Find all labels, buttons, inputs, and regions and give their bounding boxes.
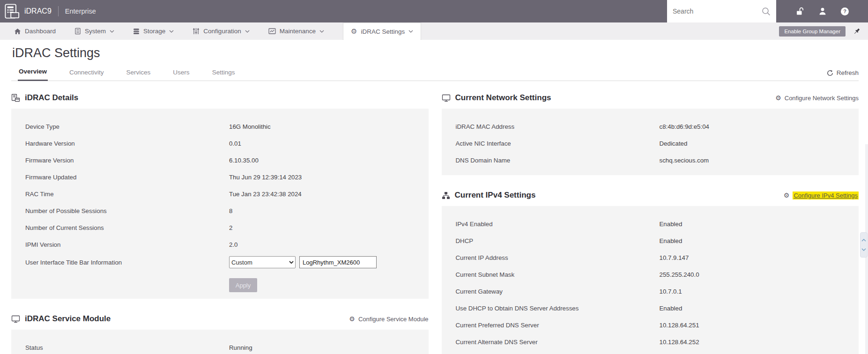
system-icon <box>74 28 81 35</box>
tab-users[interactable]: Users <box>172 65 190 81</box>
network-settings-header: Current Network Settings ⚙ Configure Net… <box>442 90 859 105</box>
title-bar-info-label: User Interface Title Bar Information <box>25 259 229 266</box>
detail-row: Firmware Updated Thu Jun 29 12:39:14 202… <box>25 169 424 185</box>
detail-row: DHCP Enabled <box>456 232 854 249</box>
scroll-down-icon[interactable] <box>861 248 866 251</box>
section-title: Current IPv4 Settings <box>455 191 536 200</box>
configure-ipv4-settings-link[interactable]: ⚙ Configure IPv4 Settings <box>784 192 859 199</box>
detail-value: 2 <box>229 224 232 231</box>
tab-settings[interactable]: Settings <box>211 65 236 81</box>
apply-button[interactable]: Apply <box>229 278 257 292</box>
detail-label: DHCP <box>456 237 660 244</box>
search-input[interactable] <box>673 7 762 15</box>
idrac-logo-icon <box>5 4 20 19</box>
brand-name: iDRAC9 <box>24 7 52 15</box>
refresh-button[interactable]: Refresh <box>827 69 859 81</box>
nav-item-label: System <box>85 28 106 35</box>
detail-label: DNS Domain Name <box>456 157 660 164</box>
detail-row: Hardware Version 0.01 <box>25 135 424 152</box>
detail-value: 2.0 <box>229 241 238 248</box>
nav-item-storage[interactable]: Storage <box>133 22 174 40</box>
detail-value: Thu Jun 29 12:39:14 2023 <box>229 174 302 181</box>
configure-network-settings-link[interactable]: ⚙ Configure Network Settings <box>775 95 859 102</box>
detail-value: 0.01 <box>229 140 241 147</box>
nav-item-label: iDRAC Settings <box>361 28 405 35</box>
detail-row: RAC Time Tue Jan 23 23:42:38 2024 <box>25 185 424 202</box>
tab-connectivity[interactable]: Connectivity <box>68 65 105 81</box>
main-nav: Dashboard System Storage <box>0 22 868 40</box>
title-bar-mode-select[interactable]: Custom <box>229 256 296 268</box>
chart-icon <box>268 28 276 34</box>
detail-label: Current Subnet Mask <box>456 271 660 278</box>
enable-group-manager-button[interactable]: Enable Group Manager <box>779 26 846 37</box>
gear-icon: ⚙ <box>351 28 357 35</box>
idrac-details-panel: Device Type 16G Monolithic Hardware Vers… <box>11 109 429 299</box>
detail-value: 10.128.64.252 <box>660 339 699 346</box>
detail-label: Current Gateway <box>456 288 660 295</box>
nav-item-maintenance[interactable]: Maintenance <box>268 22 324 40</box>
configure-network-settings-label: Configure Network Settings <box>785 95 859 102</box>
brand: iDRAC9 Enterprise <box>0 0 96 22</box>
configure-ipv4-settings-label: Configure IPv4 Settings <box>793 192 859 199</box>
detail-row: Current Preferred DNS Server 10.128.64.2… <box>456 317 854 333</box>
configure-service-module-label: Configure Service Module <box>358 316 429 323</box>
storage-icon <box>133 28 140 35</box>
detail-value: Dedicated <box>660 140 688 147</box>
gear-icon: ⚙ <box>349 316 355 322</box>
detail-label: iDRAC MAC Address <box>456 123 660 130</box>
detail-value: 10.7.0.1 <box>660 288 682 295</box>
detail-value: Tue Jan 23 23:42:38 2024 <box>229 191 302 198</box>
nav-item-system[interactable]: System <box>74 22 114 40</box>
service-module-header: iDRAC Service Module ⚙ Configure Service… <box>11 311 429 326</box>
tab-services[interactable]: Services <box>126 65 152 81</box>
detail-label: Device Type <box>25 123 229 130</box>
refresh-label: Refresh <box>837 69 859 76</box>
detail-row: Active NIC Interface Dedicated <box>456 135 854 152</box>
detail-row: Number of Possible Sessions 8 <box>25 202 424 219</box>
top-bar: iDRAC9 Enterprise ? <box>0 0 868 22</box>
nav-item-configuration[interactable]: Configuration <box>193 22 249 40</box>
detail-row: Use DHCP to Obtain DNS Server Addresses … <box>456 300 854 317</box>
detail-label: Use DHCP to Obtain DNS Server Addresses <box>456 305 660 312</box>
nav-item-idrac-settings[interactable]: ⚙ iDRAC Settings <box>343 22 421 40</box>
chevron-down-icon <box>245 30 250 33</box>
monitor-icon <box>11 315 20 323</box>
gear-icon: ⚙ <box>784 192 790 199</box>
detail-row: Current IP Address 10.7.9.147 <box>456 249 854 266</box>
pin-icon[interactable] <box>853 28 861 35</box>
network-hierarchy-icon <box>442 192 450 199</box>
detail-value: Enabled <box>660 237 683 244</box>
detail-label: Hardware Version <box>25 140 229 147</box>
detail-row: iDRAC MAC Address c8:4b:d6:9d:e5:04 <box>456 118 854 135</box>
detail-label: Current IP Address <box>456 254 660 261</box>
monitor-icon <box>442 94 451 102</box>
detail-value: 10.7.9.147 <box>660 254 689 261</box>
user-icon[interactable] <box>818 7 827 15</box>
help-icon[interactable]: ? <box>841 7 849 15</box>
nav-item-dashboard[interactable]: Dashboard <box>14 22 56 40</box>
detail-row: Firmware Version 6.10.35.00 <box>25 152 424 169</box>
ipv4-settings-panel: IPv4 Enabled Enabled DHCP Enabled Curren… <box>442 206 859 354</box>
scroll-stepper[interactable] <box>860 232 868 258</box>
unlock-icon[interactable] <box>795 7 804 16</box>
nav-item-label: Maintenance <box>280 28 316 35</box>
scroll-up-icon[interactable] <box>861 239 866 242</box>
chevron-down-icon <box>408 30 413 33</box>
search-box[interactable] <box>667 0 776 22</box>
sliders-icon <box>193 28 200 35</box>
chevron-down-icon <box>319 30 324 33</box>
detail-value: 8 <box>229 207 232 214</box>
nav-item-label: Dashboard <box>25 28 56 35</box>
brand-edition: Enterprise <box>65 7 96 15</box>
detail-label: IPMI Version <box>25 241 229 248</box>
nav-item-label: Storage <box>143 28 165 35</box>
topbar-icon-cluster: ? <box>776 0 868 22</box>
title-bar-custom-input[interactable] <box>299 256 377 268</box>
idrac-details-header: iDRAC Details <box>11 90 429 105</box>
search-icon[interactable] <box>762 7 771 16</box>
tab-bar: Overview Connectivity Services Users Set… <box>11 64 859 81</box>
detail-value: 10.128.64.251 <box>660 322 699 329</box>
tab-overview[interactable]: Overview <box>18 64 48 81</box>
configure-service-module-link[interactable]: ⚙ Configure Service Module <box>349 316 428 323</box>
detail-label: Firmware Version <box>25 157 229 164</box>
